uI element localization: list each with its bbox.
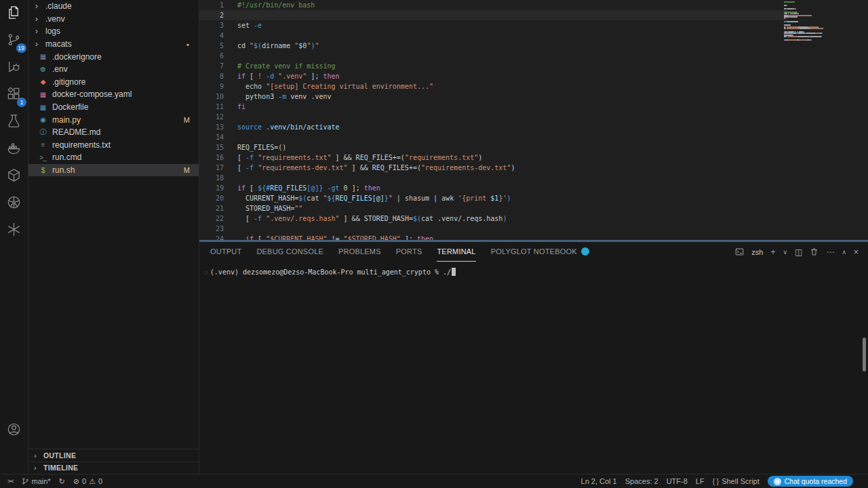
new-terminal-icon[interactable]: + [770, 247, 775, 257]
file-.env[interactable]: ⚙.env [28, 63, 199, 76]
panel-tab-label: PORTS [396, 247, 422, 256]
terminal-profile-icon[interactable] [735, 247, 744, 256]
code-text: echo "[setup] Creating virtual environme… [237, 81, 433, 92]
code-line-20[interactable]: 20 CURRENT_HASH=$(cat "${REQ_FILES[@]}" … [199, 193, 868, 203]
file-Dockerfile[interactable]: ▦Dockerfile [28, 101, 199, 114]
line-number: 18 [199, 173, 224, 183]
explorer-activity-button[interactable] [0, 0, 28, 27]
shell-name[interactable]: zsh [751, 248, 763, 256]
folder-.venv[interactable]: ›.venv [28, 13, 199, 26]
language-mode[interactable]: { } Shell Script [709, 474, 764, 488]
code-line-19[interactable]: 19if [ ${#REQ_FILES[@]} -gt 0 ]; then [199, 183, 868, 193]
code-line-12[interactable]: 12 [199, 112, 868, 122]
file-main.py[interactable]: ◉main.pyM [28, 113, 199, 126]
extensions-activity-button[interactable]: 1 [0, 81, 28, 108]
chat-quota-badge[interactable]: Chat quota reached [768, 476, 853, 487]
code-line-14[interactable]: 14 [199, 132, 868, 142]
code-line-5[interactable]: 5cd "$(dirname "$0")" [199, 41, 868, 51]
code-line-16[interactable]: 16[ -f "requirements.txt" ] && REQ_FILES… [199, 152, 868, 163]
code-line-8[interactable]: 8if [ ! -d ".venv" ]; then [199, 71, 868, 81]
code-line-13[interactable]: 13source .venv/bin/activate [199, 122, 868, 132]
file-.gitignore[interactable]: ◆.gitignore [28, 76, 199, 89]
split-terminal-icon[interactable]: ◫ [795, 247, 802, 257]
indentation-setting[interactable]: Spaces: 2 [621, 474, 663, 488]
warnings-icon: ⚠ [89, 477, 96, 486]
close-panel-icon[interactable]: × [854, 247, 859, 257]
code-line-17[interactable]: 17[ -f "requirements-dev.txt" ] && REQ_F… [199, 163, 868, 173]
code-line-24[interactable]: 24 if [ "$CURRENT_HASH" != "$STORED_HASH… [199, 234, 868, 240]
code-line-7[interactable]: 7# Create venv if missing [199, 61, 868, 71]
panel-tab-debug-console[interactable]: DEBUG CONSOLE [256, 242, 323, 262]
file-run.sh[interactable]: $run.shM [28, 164, 199, 177]
line-number: 20 [199, 193, 224, 203]
folder-logs[interactable]: ›logs [28, 25, 199, 38]
panel-header: OUTPUTDEBUG CONSOLEPROBLEMSPORTSTERMINAL… [199, 242, 868, 262]
git-modified-badge: M [184, 116, 190, 124]
code-line-1[interactable]: 1#!/usr/bin/env bash [199, 0, 868, 10]
account-activity-button[interactable] [0, 417, 28, 444]
maximize-panel-icon[interactable]: ∧ [842, 249, 846, 256]
file-.dockerignore[interactable]: ▦.dockerignore [28, 50, 199, 63]
modified-dot: ● [186, 42, 189, 47]
terminal[interactable]: ○ (.venv) dezsomezo@Dezso-MacBook-Pro mu… [199, 262, 868, 474]
panel-tab-label: TERMINAL [437, 247, 475, 256]
status-bar-right: Ln 2, Col 1 Spaces: 2 UTF-8 LF { } Shell… [577, 474, 868, 488]
code-line-22[interactable]: 22 [ -f ".venv/.reqs.hash" ] && STORED_H… [199, 214, 868, 224]
sidebar-section-outline[interactable]: ›OUTLINE [28, 449, 199, 462]
panel-tab-ports[interactable]: PORTS [396, 242, 422, 262]
terminal-prompt: (.venv) dezsomezo@Dezso-MacBook-Pro mult… [210, 268, 443, 276]
code-text: #!/usr/bin/env bash [237, 0, 315, 10]
code-text: fi [237, 102, 245, 112]
folder-macats[interactable]: ›macats● [28, 38, 199, 51]
line-number: 15 [199, 142, 224, 152]
panel-tab-polyglot-notebook[interactable]: POLYGLOT NOTEBOOK [491, 242, 589, 262]
code-line-23[interactable]: 23 [199, 224, 868, 234]
minimap[interactable] [784, 1, 838, 41]
kill-terminal-icon[interactable] [810, 247, 818, 256]
chevron-right-icon: › [35, 14, 45, 24]
file-requirements.txt[interactable]: ≡requirements.txt [28, 139, 199, 152]
code-line-2[interactable]: 2 [199, 10, 868, 20]
gitlens-activity-button[interactable] [0, 217, 28, 244]
branch-indicator[interactable]: main* [18, 474, 55, 488]
code-line-3[interactable]: 3set -e [199, 20, 868, 30]
cursor-position[interactable]: Ln 2, Col 1 [577, 474, 621, 488]
encoding-setting[interactable]: UTF-8 [663, 474, 692, 488]
panel-tab-label: DEBUG CONSOLE [256, 247, 323, 256]
terminal-dropdown-icon[interactable]: ∨ [783, 249, 787, 256]
sidebar-section-timeline[interactable]: ›TIMELINE [28, 462, 199, 474]
containers-activity-button[interactable] [0, 163, 28, 190]
remote-indicator[interactable]: >< [3, 474, 18, 488]
panel-tab-output[interactable]: OUTPUT [210, 242, 241, 262]
docker-activity-button[interactable] [0, 136, 28, 163]
file-run.cmd[interactable]: >_run.cmd [28, 151, 199, 164]
terminal-scrollbar[interactable] [863, 338, 866, 371]
file-README.md[interactable]: ⓘREADME.md [28, 126, 199, 139]
panel-tab-terminal[interactable]: TERMINAL [437, 242, 475, 262]
sync-indicator[interactable]: ↻ [55, 474, 69, 488]
source-control-activity-button[interactable]: 19 [0, 27, 28, 54]
line-number: 6 [199, 51, 224, 61]
code-text: if [ ! -d ".venv" ]; then [237, 71, 340, 81]
code-line-4[interactable]: 4 [199, 30, 868, 41]
kubernetes-activity-button[interactable] [0, 190, 28, 217]
section-label: OUTLINE [43, 451, 76, 460]
code-line-9[interactable]: 9 echo "[setup] Creating virtual environ… [199, 81, 868, 92]
code-line-18[interactable]: 18 [199, 173, 868, 183]
file-docker-compose.yaml[interactable]: ▦docker-compose.yaml [28, 88, 199, 101]
code-line-10[interactable]: 10 python3 -m venv .venv [199, 92, 868, 102]
problems-indicator[interactable]: ⊘ 0 ⚠ 0 [69, 474, 106, 488]
code-line-11[interactable]: 11fi [199, 102, 868, 112]
folder-.claude[interactable]: ›.claude [28, 0, 199, 13]
code-editor[interactable]: 1#!/usr/bin/env bash23set -e45cd "$(dirn… [199, 0, 868, 240]
run-debug-activity-button[interactable] [0, 54, 28, 81]
testing-activity-button[interactable] [0, 108, 28, 136]
item-label: main.py [52, 115, 81, 125]
code-line-15[interactable]: 15REQ_FILES=() [199, 142, 868, 152]
item-label: Dockerfile [52, 102, 88, 112]
code-line-21[interactable]: 21 STORED_HASH="" [199, 203, 868, 214]
code-line-6[interactable]: 6 [199, 51, 868, 61]
eol-setting[interactable]: LF [692, 474, 709, 488]
panel-tab-problems[interactable]: PROBLEMS [338, 242, 381, 262]
more-actions-icon[interactable]: ⋯ [826, 247, 834, 257]
